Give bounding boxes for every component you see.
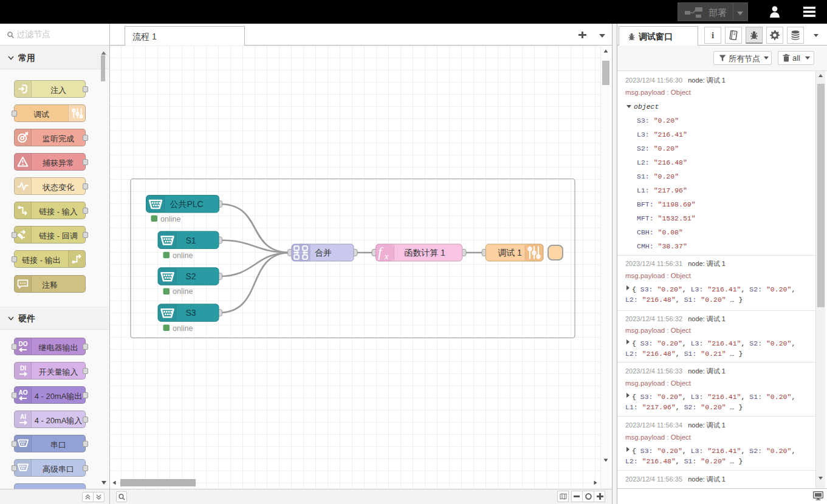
svg-text:AO: AO bbox=[19, 389, 28, 396]
svg-text:x: x bbox=[384, 252, 389, 261]
svg-text:函数计算 1: 函数计算 1 bbox=[404, 248, 445, 257]
svg-text:S1: S1 bbox=[185, 236, 196, 245]
svg-text:DO: DO bbox=[19, 341, 28, 347]
svg-text:online: online bbox=[173, 287, 193, 296]
svg-text:公共PLC: 公共PLC bbox=[170, 199, 203, 209]
svg-text:S3: S3 bbox=[185, 308, 196, 318]
svg-text:online: online bbox=[160, 215, 180, 223]
svg-text:online: online bbox=[173, 324, 193, 333]
svg-text:online: online bbox=[173, 251, 193, 260]
svg-text:AI: AI bbox=[20, 414, 26, 420]
svg-text:合并: 合并 bbox=[315, 248, 332, 257]
svg-text:调试 1: 调试 1 bbox=[498, 248, 522, 257]
svg-text:DI: DI bbox=[20, 365, 26, 372]
svg-text:S2: S2 bbox=[185, 271, 196, 281]
